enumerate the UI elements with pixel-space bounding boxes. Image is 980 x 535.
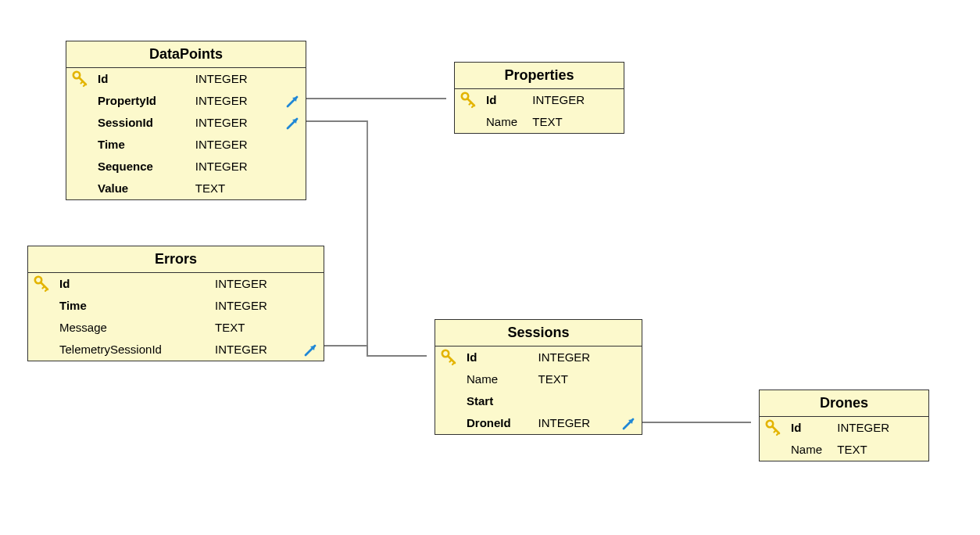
- field-row: Start: [435, 390, 642, 412]
- field-row: IdINTEGER: [760, 417, 928, 439]
- field-type: INTEGER: [192, 90, 281, 112]
- pk-cell: [435, 412, 463, 434]
- pk-cell: [435, 368, 463, 390]
- fk-cell: [281, 112, 306, 134]
- field-row: DroneIdINTEGER: [435, 412, 642, 434]
- field-row: TelemetrySessionIdINTEGER: [28, 339, 324, 361]
- field-row: PropertyIdINTEGER: [66, 90, 306, 112]
- fk-cell: [281, 178, 306, 199]
- pk-cell: [455, 111, 483, 133]
- field-type: INTEGER: [834, 417, 903, 439]
- relation-dp-to-sessions: [306, 121, 427, 356]
- foreign-key-icon: [285, 93, 301, 109]
- key-icon: [441, 349, 458, 366]
- fk-cell: [617, 412, 642, 434]
- field-name: Name: [463, 368, 535, 390]
- field-name: Id: [56, 273, 212, 295]
- field-name: Id: [483, 89, 529, 111]
- pk-cell: [28, 317, 56, 339]
- field-type: INTEGER: [212, 295, 299, 317]
- entity-title: DataPoints: [66, 41, 306, 68]
- key-icon: [72, 70, 89, 88]
- field-type: INTEGER: [529, 89, 599, 111]
- pk-cell: [435, 390, 463, 412]
- pk-cell: [28, 295, 56, 317]
- foreign-key-icon: [303, 342, 319, 357]
- field-name: Id: [95, 68, 192, 90]
- field-name: TelemetrySessionId: [56, 339, 212, 361]
- entity-title: Drones: [760, 390, 928, 417]
- field-name: Time: [56, 295, 212, 317]
- entity-body: IdINTEGERNameTEXTStartDroneIdINTEGER: [435, 346, 642, 434]
- key-icon: [460, 92, 477, 109]
- field-name: Message: [56, 317, 212, 339]
- entity-properties: Properties IdINTEGERNameTEXT: [454, 62, 624, 134]
- fk-cell: [617, 368, 642, 390]
- field-type: INTEGER: [212, 273, 299, 295]
- foreign-key-icon: [285, 115, 301, 131]
- field-type: TEXT: [529, 111, 599, 133]
- field-type: TEXT: [212, 317, 299, 339]
- fk-cell: [617, 346, 642, 368]
- entity-body: IdINTEGERPropertyIdINTEGERSessionIdINTEG…: [66, 68, 306, 199]
- entity-drones: Drones IdINTEGERNameTEXT: [759, 390, 929, 461]
- field-name: Sequence: [95, 156, 192, 178]
- field-row: IdINTEGER: [435, 346, 642, 368]
- field-row: MessageTEXT: [28, 317, 324, 339]
- entity-datapoints: DataPoints IdINTEGERPropertyIdINTEGERSes…: [66, 41, 306, 200]
- fk-cell: [281, 90, 306, 112]
- field-name: Id: [788, 417, 834, 439]
- fk-cell: [599, 89, 624, 111]
- field-name: Start: [463, 390, 535, 412]
- pk-cell: [760, 439, 788, 461]
- field-type: INTEGER: [192, 68, 281, 90]
- entity-sessions: Sessions IdINTEGERNameTEXTStartDroneIdIN…: [435, 319, 642, 435]
- key-icon: [34, 275, 51, 293]
- fk-cell: [281, 134, 306, 156]
- field-type: INTEGER: [192, 112, 281, 134]
- field-name: Value: [95, 178, 192, 199]
- entity-title: Errors: [28, 246, 324, 273]
- field-type: INTEGER: [192, 156, 281, 178]
- field-name: Id: [463, 346, 535, 368]
- fk-cell: [299, 295, 324, 317]
- pk-cell: [760, 417, 788, 439]
- pk-cell: [28, 339, 56, 361]
- field-type: TEXT: [192, 178, 281, 199]
- fk-cell: [281, 68, 306, 90]
- fk-cell: [617, 390, 642, 412]
- pk-cell: [28, 273, 56, 295]
- pk-cell: [435, 346, 463, 368]
- field-row: NameTEXT: [455, 111, 624, 133]
- field-row: SequenceINTEGER: [66, 156, 306, 178]
- field-type: TEXT: [535, 368, 617, 390]
- entity-title: Properties: [455, 63, 624, 89]
- field-row: NameTEXT: [760, 439, 928, 461]
- pk-cell: [66, 134, 95, 156]
- pk-cell: [66, 156, 95, 178]
- pk-cell: [66, 178, 95, 199]
- entity-errors: Errors IdINTEGERTimeINTEGERMessageTEXTTe…: [27, 246, 324, 361]
- fk-cell: [299, 339, 324, 361]
- fk-cell: [599, 111, 624, 133]
- field-name: Name: [788, 439, 834, 461]
- key-icon: [765, 419, 782, 436]
- field-type: INTEGER: [192, 134, 281, 156]
- entity-body: IdINTEGERNameTEXT: [760, 417, 928, 461]
- field-type: INTEGER: [535, 346, 617, 368]
- fk-cell: [299, 273, 324, 295]
- field-type: INTEGER: [212, 339, 299, 361]
- field-name: PropertyId: [95, 90, 192, 112]
- field-name: Time: [95, 134, 192, 156]
- fk-cell: [281, 156, 306, 178]
- relation-errors-to-sessions: [324, 346, 427, 356]
- field-type: TEXT: [834, 439, 903, 461]
- foreign-key-icon: [621, 415, 637, 431]
- field-row: IdINTEGER: [28, 273, 324, 295]
- field-row: IdINTEGER: [455, 89, 624, 111]
- field-name: SessionId: [95, 112, 192, 134]
- fk-cell: [903, 417, 928, 439]
- entity-body: IdINTEGERTimeINTEGERMessageTEXTTelemetry…: [28, 273, 324, 361]
- fk-cell: [903, 439, 928, 461]
- pk-cell: [455, 89, 483, 111]
